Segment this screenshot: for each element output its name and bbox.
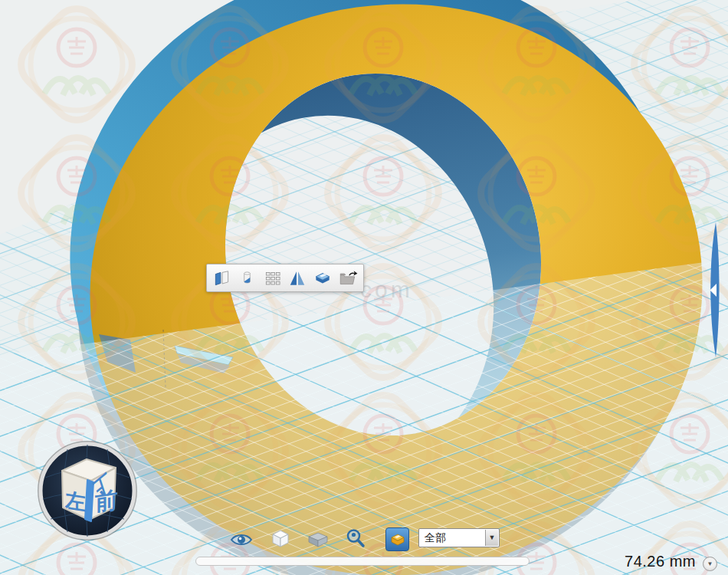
split-solid-button[interactable] xyxy=(237,268,258,289)
watermark-text: com xyxy=(360,277,413,302)
split-solid-icon xyxy=(238,268,257,288)
material-box-icon xyxy=(313,268,333,288)
measurement-readout: 74.26 mm xyxy=(625,553,696,570)
group-icon xyxy=(212,268,232,288)
visibility-eye-icon xyxy=(230,531,253,548)
units-dropdown-button[interactable]: ▼ xyxy=(703,557,717,571)
display-mode-cube-icon xyxy=(270,528,291,548)
filter-dropdown-value: 全部 xyxy=(425,531,446,544)
zoom-button[interactable] xyxy=(345,527,366,549)
mirror-icon xyxy=(287,268,307,288)
chevron-down-icon[interactable]: ▼ xyxy=(485,530,498,546)
visibility-button[interactable] xyxy=(230,531,253,548)
pattern-icon xyxy=(263,268,283,288)
export-icon xyxy=(338,268,358,288)
mirror-button[interactable] xyxy=(287,268,308,289)
group-button[interactable] xyxy=(212,268,233,289)
view-cube-edge-highlight[interactable] xyxy=(85,480,93,521)
view-cube-left-label[interactable]: 左 xyxy=(64,488,86,514)
selection-filter-button[interactable] xyxy=(385,527,409,551)
material-box-button[interactable] xyxy=(312,268,333,289)
material-mode-button[interactable] xyxy=(307,531,330,548)
selection-filter-icon xyxy=(389,531,407,549)
export-button[interactable] xyxy=(337,268,359,289)
horizontal-scrollbar[interactable] xyxy=(195,557,530,566)
pattern-button[interactable] xyxy=(262,268,284,289)
zoom-magnifier-icon xyxy=(345,527,366,549)
filter-dropdown[interactable]: 全部 ▼ xyxy=(418,528,500,547)
view-cube[interactable]: 左 前 上 xyxy=(36,439,139,542)
context-toolbar xyxy=(206,264,364,292)
panel-expand-arrow[interactable] xyxy=(705,219,725,362)
display-mode-button[interactable] xyxy=(270,528,291,548)
material-box-icon xyxy=(307,531,330,548)
